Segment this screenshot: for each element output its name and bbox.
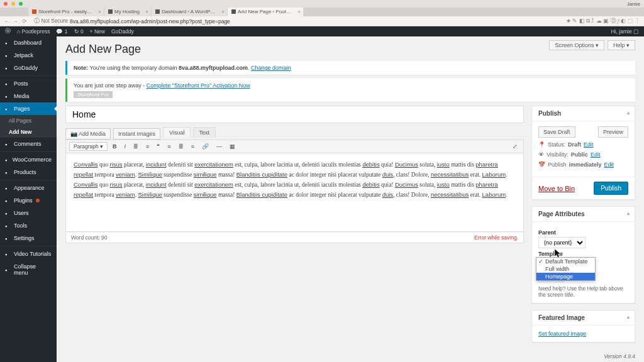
activation-link[interactable]: Complete "Storefront Pro" Activation Now — [147, 82, 250, 89]
sidebar-item-comments[interactable]: ▪Comments — [0, 138, 57, 150]
notice-temp-domain: Note: You're using the temporary domain … — [65, 61, 635, 75]
publish-button[interactable]: Publish — [594, 182, 628, 195]
add-media-button[interactable]: 📷 Add Media — [65, 128, 111, 140]
sidebar-sub-all-pages[interactable]: All Pages — [0, 115, 57, 126]
godaddy-menu[interactable]: GoDaddy — [111, 28, 134, 35]
editor-toolbar: Paragraph ▾ B I ≣ ≡ ❝ ≡ ≣ ≡ 🔗 — ▦ ⤢ — [65, 140, 524, 153]
status-row: 📍 Status: Draft Edit — [538, 141, 628, 148]
sidebar-item-appearance[interactable]: ▪Appearance — [0, 182, 57, 194]
sidebar-item-collapse[interactable]: ▪Collapse menu — [0, 260, 57, 279]
featured-image-box: Featured Image Set featured image — [531, 310, 635, 343]
wp-adminbar: ⓦ ⌂ Pootlepress 💬 1 ↻ 0 + New GoDaddy Hi… — [0, 26, 644, 36]
window-max-icon[interactable] — [19, 2, 23, 6]
wp-version: Version 4.9.4 — [604, 353, 635, 359]
preview-button[interactable]: Preview — [598, 126, 628, 138]
nav-fwd-icon: → — [13, 18, 19, 25]
screen-options-button[interactable]: Screen Options ▾ — [549, 40, 604, 50]
align-left-icon[interactable]: ≡ — [165, 142, 173, 151]
template-dropdown: Default TemplateFull widthHomepage — [536, 257, 596, 281]
nav-back-icon[interactable]: ← — [4, 18, 9, 25]
editor-body[interactable]: Convallis quo risus placerat, incidunt d… — [65, 153, 524, 232]
toolbar-toggle-icon[interactable]: ▦ — [227, 142, 238, 151]
ul-icon[interactable]: ≣ — [131, 142, 141, 151]
browser-tab[interactable]: My Hosting× — [104, 8, 151, 16]
admin-sidebar: ▪Dashboard▪Jetpack▪GoDaddy▪Posts▪Media▪P… — [0, 36, 57, 362]
instant-images-button[interactable]: Instant Images — [113, 128, 160, 140]
new-content[interactable]: + New — [90, 28, 105, 35]
editor-footer: Word count: 90 Error while saving. — [65, 232, 524, 243]
quote-icon[interactable]: ❝ — [154, 142, 162, 151]
link-icon[interactable]: 🔗 — [199, 142, 211, 151]
extension-icons[interactable]: ★ ✎ ◧ ⧉ ⤴ ☁ ▣ Ⓓ 𝑓 ◐ ⬚ ⋮ — [566, 18, 640, 25]
move-to-trash-link[interactable]: Move to Bin — [538, 185, 575, 192]
sidebar-item-posts[interactable]: ▪Posts — [0, 77, 57, 90]
align-center-icon[interactable]: ≣ — [176, 142, 186, 151]
url-bar: ← → ⟳ ⓘ Not Secure 8va.a88.myftpupload.c… — [0, 16, 644, 26]
help-button[interactable]: Help ▾ — [608, 40, 635, 50]
sidebar-item-products[interactable]: ▪Products — [0, 166, 57, 178]
parent-label: Parent — [538, 229, 628, 236]
sidebar-item-jetpack[interactable]: ▪Jetpack — [0, 49, 57, 62]
browser-tab[interactable]: Dashboard ‹ A WordPress Sit…× — [152, 8, 227, 16]
sidebar-item-media[interactable]: ▪Media — [0, 90, 57, 102]
sidebar-item-users[interactable]: ▪Users — [0, 207, 57, 219]
save-draft-button[interactable]: Save Draft — [538, 126, 575, 138]
publish-title[interactable]: Publish — [532, 106, 635, 121]
sidebar-item-woocommerce[interactable]: ▪WooCommerce — [0, 153, 57, 166]
window-close-icon[interactable] — [4, 2, 8, 6]
sidebar-item-plugins[interactable]: ▪Plugins — [0, 194, 57, 207]
set-featured-image-link[interactable]: Set featured image — [538, 331, 586, 337]
site-name[interactable]: ⌂ Pootlepress — [17, 28, 50, 35]
format-select[interactable]: Paragraph ▾ — [69, 142, 108, 151]
align-right-icon[interactable]: ≡ — [189, 142, 197, 151]
schedule-row: 📅 Publish immediately Edit — [538, 162, 628, 168]
sidebar-item-tools[interactable]: ▪Tools — [0, 219, 57, 232]
tab-text[interactable]: Text — [193, 127, 216, 138]
template-label: Template — [538, 251, 628, 257]
template-option[interactable]: Homepage — [536, 273, 595, 280]
template-option[interactable]: Full width — [536, 265, 595, 273]
updates-icon[interactable]: ↻ 0 — [74, 28, 84, 35]
publish-box: Publish Save Draft Preview 📍 Status: Dra… — [531, 106, 635, 200]
notice-activation: You are just one step away - Complete "S… — [65, 79, 635, 102]
browser-tab[interactable]: Add New Page ‹ Pootlepress…× — [228, 8, 303, 16]
edit-visibility-link[interactable]: Edit — [591, 151, 601, 158]
italic-icon[interactable]: I — [122, 142, 129, 151]
tab-visual[interactable]: Visual — [163, 127, 191, 138]
sidebar-item-dashboard[interactable]: ▪Dashboard — [0, 36, 57, 49]
plugin-pill: Storefront Pro — [74, 91, 113, 98]
template-option[interactable]: Default Template — [536, 258, 595, 265]
ol-icon[interactable]: ≡ — [143, 142, 152, 151]
sidebar-item-godaddy[interactable]: ▪GoDaddy — [0, 62, 57, 74]
browser-tab[interactable]: Storefront Pro - easily custo…× — [28, 8, 104, 16]
edit-status-link[interactable]: Edit — [584, 141, 594, 148]
window-chrome: Jamie — [0, 0, 644, 8]
featured-title[interactable]: Featured Image — [532, 310, 635, 326]
edit-schedule-link[interactable]: Edit — [604, 162, 614, 168]
page-attributes-box: Page Attributes Parent (no parent) Templ… — [531, 206, 635, 304]
fullscreen-icon[interactable]: ⤢ — [510, 142, 520, 151]
attrs-title[interactable]: Page Attributes — [532, 207, 635, 222]
bold-icon[interactable]: B — [110, 142, 119, 151]
post-title-input[interactable] — [65, 106, 524, 123]
change-domain-link[interactable]: Change domain — [251, 65, 291, 71]
sidebar-item-pages[interactable]: ▪Pages — [0, 102, 57, 115]
url-input[interactable]: ⓘ Not Secure 8va.a88.myftpupload.com/wp-… — [31, 17, 562, 26]
nav-reload-icon[interactable]: ⟳ — [22, 18, 27, 25]
greeting[interactable]: Hi, jamie ▢ — [611, 28, 639, 35]
content-area: Screen Options ▾ Help ▾ Add New Page Not… — [57, 36, 644, 362]
comments-count[interactable]: 💬 1 — [56, 28, 67, 35]
window-min-icon[interactable] — [11, 2, 15, 6]
security-badge: ⓘ Not Secure — [34, 18, 68, 25]
word-count: Word count: 90 — [71, 234, 108, 241]
os-user: Jamie — [627, 1, 640, 7]
attrs-help: Need help? Use the Help tab above the sc… — [538, 285, 628, 298]
wp-logo-icon[interactable]: ⓦ — [5, 28, 11, 35]
parent-select[interactable]: (no parent) — [538, 237, 586, 248]
browser-tabs: Storefront Pro - easily custo…×My Hostin… — [0, 8, 644, 16]
visibility-row: 👁 Visibility: Public Edit — [538, 151, 628, 158]
sidebar-item-video-tutorials[interactable]: ▪Video Tutorials — [0, 248, 57, 260]
sidebar-item-settings[interactable]: ▪Settings — [0, 232, 57, 244]
sidebar-sub-add-new[interactable]: Add New — [0, 126, 57, 138]
more-icon[interactable]: — — [214, 142, 225, 151]
